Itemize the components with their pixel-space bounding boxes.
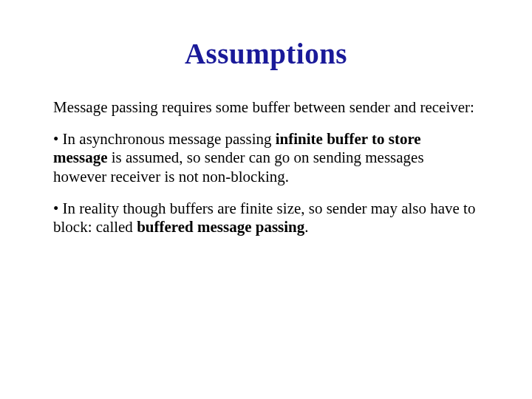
bullet-text: . [304, 218, 308, 236]
bullet-glyph: • [53, 200, 63, 217]
bullet-glyph: • [53, 130, 63, 148]
bullet-bold: buffered message passing [137, 218, 304, 236]
bullet-text: is assumed, so sender can go on sending … [53, 149, 424, 185]
slide-title: Assumptions [53, 37, 479, 70]
intro-paragraph: Message passing requires some buffer bet… [53, 98, 479, 117]
bullet-text: In asynchronous message passing [63, 130, 276, 148]
slide: Assumptions Message passing requires som… [0, 0, 532, 399]
bullet-item: • In asynchronous message passing infini… [53, 130, 479, 186]
bullet-item: • In reality though buffers are finite s… [53, 200, 479, 236]
